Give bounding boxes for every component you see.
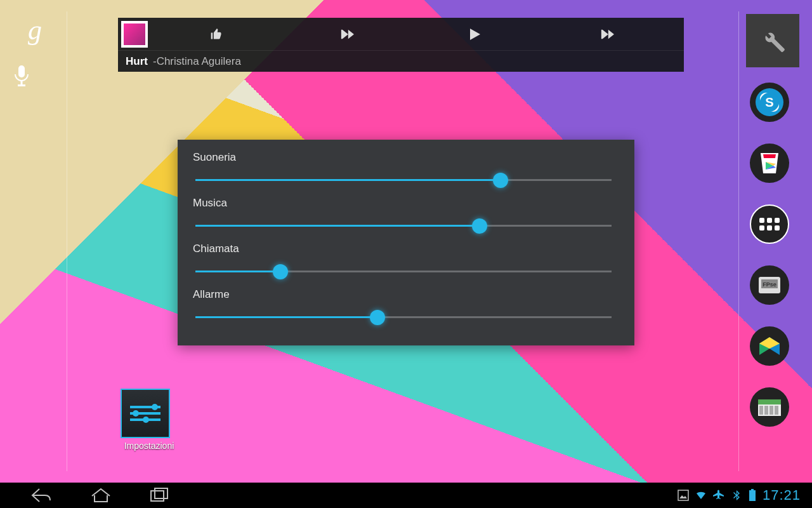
wifi-icon: [695, 490, 707, 501]
music-widget: Hurt - Christina Aguilera: [118, 18, 684, 72]
app-shortcut-label: Impostazioni: [121, 441, 178, 451]
back-button[interactable]: [30, 487, 52, 504]
track-artist: Christina Aguilera: [157, 55, 241, 68]
battery-icon: [749, 489, 756, 502]
search-column: g: [13, 14, 57, 87]
svg-rect-12: [769, 406, 773, 415]
dock-skype-icon[interactable]: S: [750, 83, 789, 122]
svg-rect-13: [775, 406, 778, 415]
volume-slider-allarme[interactable]: [195, 309, 619, 326]
track-title: Hurt: [126, 55, 148, 68]
thumbs-up-icon[interactable]: [210, 28, 235, 41]
volume-row-musica: Musica: [178, 196, 634, 241]
app-drawer-icon[interactable]: [750, 204, 789, 244]
home-button[interactable]: [90, 487, 112, 504]
dock-books-icon[interactable]: [750, 326, 789, 366]
play-icon[interactable]: [470, 29, 495, 40]
svg-rect-15: [155, 488, 167, 498]
album-art[interactable]: [121, 21, 148, 48]
volume-slider-suoneria[interactable]: [195, 171, 619, 189]
volume-label: Suoneria: [193, 151, 619, 164]
airplane-mode-icon: [713, 490, 724, 501]
navigation-bar: 17:21: [0, 483, 812, 508]
settings-widget[interactable]: [746, 14, 799, 67]
divider-right: [738, 11, 739, 471]
svg-rect-17: [751, 489, 754, 490]
recent-apps-button[interactable]: [150, 487, 169, 504]
previous-track-icon[interactable]: [340, 29, 365, 39]
svg-rect-9: [758, 399, 781, 404]
next-track-icon[interactable]: [600, 29, 625, 39]
bluetooth-icon: [731, 490, 742, 501]
volume-panel: Suoneria Musica Chiamata Allarme: [178, 140, 634, 345]
svg-rect-16: [678, 490, 688, 500]
volume-label: Allarme: [193, 288, 619, 301]
dock: S FPse: [750, 83, 794, 448]
dock-play-store-icon[interactable]: [750, 144, 789, 183]
volume-row-chiamata: Chiamata: [178, 241, 634, 287]
volume-slider-chiamata[interactable]: [195, 263, 619, 281]
settings-icon: [121, 389, 170, 438]
clock[interactable]: 17:21: [763, 487, 801, 504]
volume-row-suoneria: Suoneria: [178, 150, 634, 196]
google-search-icon[interactable]: g: [13, 14, 57, 46]
volume-label: Musica: [193, 197, 619, 210]
volume-slider-musica[interactable]: [195, 217, 619, 235]
voice-search-icon[interactable]: [13, 64, 57, 87]
svg-rect-14: [151, 491, 164, 501]
svg-rect-10: [759, 406, 763, 415]
volume-row-allarme: Allarme: [178, 287, 634, 333]
music-controls-row: [118, 18, 684, 51]
divider-left: [67, 11, 67, 471]
dock-widget-icon[interactable]: [750, 387, 789, 427]
volume-label: Chiamata: [193, 243, 619, 255]
svg-text:S: S: [765, 95, 773, 109]
picture-icon[interactable]: [678, 490, 689, 501]
dock-fpse-icon[interactable]: FPse: [750, 265, 789, 305]
svg-rect-11: [764, 406, 768, 415]
wrench-icon: [759, 27, 787, 55]
track-info[interactable]: Hurt - Christina Aguilera: [118, 51, 684, 72]
svg-text:FPse: FPse: [763, 281, 776, 288]
app-shortcut-impostazioni[interactable]: Impostazioni: [121, 389, 178, 451]
svg-rect-18: [749, 490, 756, 501]
